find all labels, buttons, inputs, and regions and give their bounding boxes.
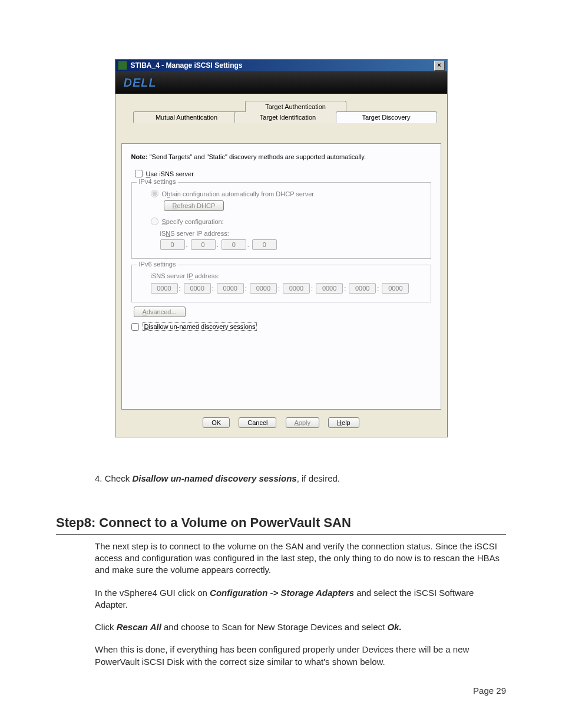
tab-target-identification[interactable]: Target Identification	[234, 111, 342, 123]
p3-a: Click	[95, 622, 117, 632]
tab-label: Target Discovery	[362, 114, 411, 121]
ok-button[interactable]: OK	[203, 417, 230, 428]
dot-icon: .	[247, 241, 249, 248]
ipv4-octet-1[interactable]: 0	[191, 239, 216, 250]
step4-bold: Disallow un-named discovery sessions	[132, 473, 296, 483]
section-heading-step8: Step8: Connect to a Volume on PowerVault…	[56, 514, 506, 535]
step4-prefix: 4. Check	[95, 473, 132, 483]
colon-icon: :	[377, 285, 379, 292]
ipv4-octet-3[interactable]: 0	[252, 239, 277, 250]
dialog-button-row: OK Cancel Apply Help	[115, 410, 447, 437]
dot-icon: .	[217, 241, 219, 248]
ipv4-settings-group: IPv4 settings Obtain configuration autom…	[131, 182, 431, 259]
tabs-area: Target Authentication Mutual Authenticat…	[121, 101, 441, 122]
document-page: STIBA_4 - Manage iSCSI Settings × DELL T…	[0, 0, 562, 728]
specify-radio-row[interactable]: Specify configuration:	[151, 218, 422, 225]
note-text: "Send Targets" and "Static" discovery me…	[148, 153, 366, 160]
close-icon[interactable]: ×	[434, 61, 445, 71]
help-button[interactable]: Help	[328, 417, 359, 428]
ipv6-group-6[interactable]: 0000	[349, 283, 376, 294]
tab-label: Target Authentication	[265, 103, 326, 110]
p2-bi: Configuration -> Storage Adapters	[210, 588, 354, 598]
specify-radio-label: Specify configuration:	[162, 218, 224, 225]
use-isns-label: Use iSNS server	[146, 170, 194, 177]
paragraph-2: In the vSphere4 GUI click on Configurati…	[95, 587, 506, 611]
advanced-button[interactable]: Advanced...	[134, 307, 186, 317]
ipv6-group-0[interactable]: 0000	[151, 283, 178, 294]
ipv6-group-3[interactable]: 0000	[250, 283, 277, 294]
dhcp-radio[interactable]	[151, 190, 158, 197]
page-number: Page 29	[473, 686, 506, 696]
tab-panel-discovery: Note: "Send Targets" and "Static" discov…	[121, 143, 441, 410]
ipv6-group-5[interactable]: 0000	[316, 283, 343, 294]
ipv6-legend: IPv6 settings	[137, 261, 178, 268]
colon-icon: :	[245, 285, 247, 292]
ipv6-group-7[interactable]: 0000	[382, 283, 409, 294]
ipv4-legend: IPv4 settings	[137, 178, 178, 185]
paragraph-4: When this is done, if everything has bee…	[95, 644, 506, 668]
tab-label: Mutual Authentication	[156, 114, 217, 121]
ipv4-octet-0[interactable]: 0	[160, 239, 185, 250]
p3-bi1: Rescan All	[117, 622, 161, 632]
paragraph-3: Click Rescan All and choose to Scan for …	[95, 621, 506, 633]
isns-ipv4-label: iSNS server IP address:	[160, 230, 422, 237]
p3-b: and choose to Scan for New Storage Devic…	[161, 622, 388, 632]
colon-icon: :	[212, 285, 214, 292]
brand-bar: DELL	[115, 71, 447, 94]
ipv4-address-input[interactable]: 0. 0. 0. 0	[160, 239, 422, 250]
disallow-label: Disallow un-named discovery sessions	[143, 322, 257, 331]
ipv6-settings-group: IPv6 settings iSNS server IP address: 00…	[131, 265, 431, 302]
colon-icon: :	[311, 285, 313, 292]
cancel-button[interactable]: Cancel	[239, 417, 276, 428]
colon-icon: :	[278, 285, 280, 292]
disallow-checkbox-row[interactable]: Disallow un-named discovery sessions	[131, 322, 431, 331]
refresh-dhcp-button[interactable]: Refresh DHCP	[164, 200, 224, 211]
dialog-screenshot: STIBA_4 - Manage iSCSI Settings × DELL T…	[115, 59, 448, 437]
note-line: Note: "Send Targets" and "Static" discov…	[131, 153, 431, 160]
ipv6-group-4[interactable]: 0000	[283, 283, 310, 294]
ipv6-address-input[interactable]: 0000: 0000: 0000: 0000: 0000: 0000: 0000…	[151, 283, 422, 294]
p3-bi2: Ok.	[387, 622, 401, 632]
ipv4-octet-2[interactable]: 0	[222, 239, 246, 250]
use-isns-checkbox[interactable]	[135, 170, 143, 177]
tab-mutual-authentication[interactable]: Mutual Authentication	[133, 111, 240, 123]
dhcp-radio-row[interactable]: Obtain configuration automatically from …	[151, 190, 422, 197]
tab-target-discovery[interactable]: Target Discovery	[336, 111, 437, 123]
ipv6-group-2[interactable]: 0000	[217, 283, 244, 294]
use-isns-checkbox-row[interactable]: Use iSNS server	[135, 170, 431, 177]
step-4-text: 4. Check Disallow un-named discovery ses…	[95, 473, 506, 485]
document-body: 4. Check Disallow un-named discovery ses…	[56, 473, 506, 668]
dhcp-radio-label: Obtain configuration automatically from …	[162, 190, 314, 197]
iscsi-settings-dialog: STIBA_4 - Manage iSCSI Settings × DELL T…	[115, 59, 448, 437]
p2-a: In the vSphere4 GUI click on	[95, 588, 210, 598]
step4-suffix: , if desired.	[297, 473, 340, 483]
note-label: Note:	[131, 153, 148, 160]
specify-radio[interactable]	[151, 218, 158, 225]
app-icon	[118, 61, 127, 70]
window-title: STIBA_4 - Manage iSCSI Settings	[131, 61, 434, 70]
window-titlebar: STIBA_4 - Manage iSCSI Settings ×	[115, 60, 447, 71]
apply-button[interactable]: Apply	[286, 417, 320, 428]
ipv6-group-1[interactable]: 0000	[184, 283, 211, 294]
dell-logo: DELL	[124, 76, 157, 90]
disallow-checkbox[interactable]	[131, 323, 139, 331]
isns-ipv6-label: iSNS server IP address:	[151, 272, 422, 279]
paragraph-1: The next step is to connect to the volum…	[95, 541, 506, 577]
dot-icon: .	[186, 241, 188, 248]
colon-icon: :	[179, 285, 181, 292]
tab-label: Target Identification	[260, 114, 316, 121]
colon-icon: :	[344, 285, 346, 292]
tab-target-authentication[interactable]: Target Authentication	[245, 101, 346, 112]
